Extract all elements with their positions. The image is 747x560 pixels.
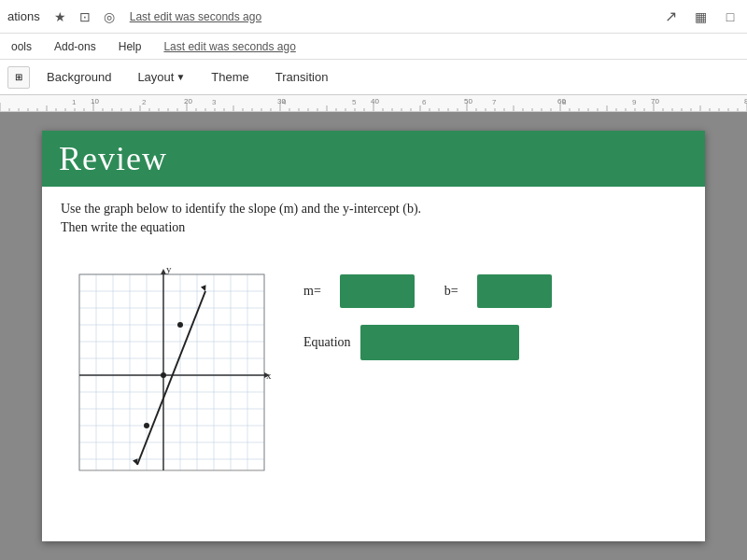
equation-label: Equation (303, 335, 351, 350)
slide-body: Use the graph below to identify the slop… (42, 187, 705, 265)
star-icon[interactable]: ★ (51, 7, 70, 26)
b-label: b= (444, 284, 458, 299)
cloud-icon[interactable]: ◎ (100, 7, 119, 26)
svg-point-35 (177, 322, 183, 328)
svg-point-36 (161, 372, 166, 378)
slide-header: Review (42, 131, 705, 187)
theme-button[interactable]: Theme (202, 66, 258, 88)
slide-title: Review (59, 139, 167, 178)
svg-text:x: x (266, 370, 272, 381)
slide-area: Review Use the graph below to identify t… (0, 112, 747, 560)
menu-tools[interactable]: ools (7, 38, 35, 55)
layout-button[interactable]: Layout ▼ (128, 66, 194, 88)
graph-answer-area: x y (42, 265, 705, 483)
b-answer-box[interactable] (477, 274, 552, 308)
svg-text:y: y (166, 265, 172, 274)
trending-icon[interactable]: ↗ (661, 7, 680, 26)
svg-rect-24 (79, 274, 264, 470)
grid-icon[interactable]: ▦ (691, 7, 710, 26)
top-bar: ations ★ ⊡ ◎ Last edit was seconds ago ↗… (0, 0, 747, 34)
svg-line-31 (137, 291, 205, 465)
slide-icon-btn[interactable]: ⊞ (7, 66, 30, 89)
instruction-line2: Then write the equation (61, 220, 686, 235)
app-title: ations (7, 9, 40, 23)
menu-addons[interactable]: Add-ons (50, 38, 100, 55)
graph-container: x y (61, 265, 275, 483)
transition-button[interactable]: Transition (266, 66, 338, 88)
m-label: m= (303, 284, 321, 299)
slide: Review Use the graph below to identify t… (42, 131, 705, 541)
menu-help[interactable]: Help (115, 38, 146, 55)
top-icons: ★ ⊡ ◎ (51, 7, 119, 26)
last-edit-status[interactable]: Last edit was seconds ago (130, 10, 261, 23)
equation-answer-box[interactable] (360, 325, 519, 360)
svg-point-34 (144, 423, 149, 428)
instruction-line1: Use the graph below to identify the slop… (61, 202, 686, 217)
menu-bar: ools Add-ons Help Last edit was seconds … (0, 34, 747, 60)
answer-area: m= b= Equation (303, 265, 552, 360)
answer-row1: m= b= (303, 274, 552, 308)
graph-svg: x y (61, 265, 275, 480)
toolbar: ⊞ Background Layout ▼ Theme Transition (0, 60, 747, 95)
window-icon[interactable]: □ (721, 7, 740, 26)
ruler (0, 95, 747, 112)
m-answer-box[interactable] (340, 274, 415, 308)
background-button[interactable]: Background (37, 66, 120, 88)
answer-row2: Equation (303, 325, 552, 360)
menu-last-edit[interactable]: Last edit was seconds ago (160, 38, 299, 55)
save-icon[interactable]: ⊡ (76, 7, 94, 26)
layout-dropdown-icon: ▼ (176, 72, 185, 82)
